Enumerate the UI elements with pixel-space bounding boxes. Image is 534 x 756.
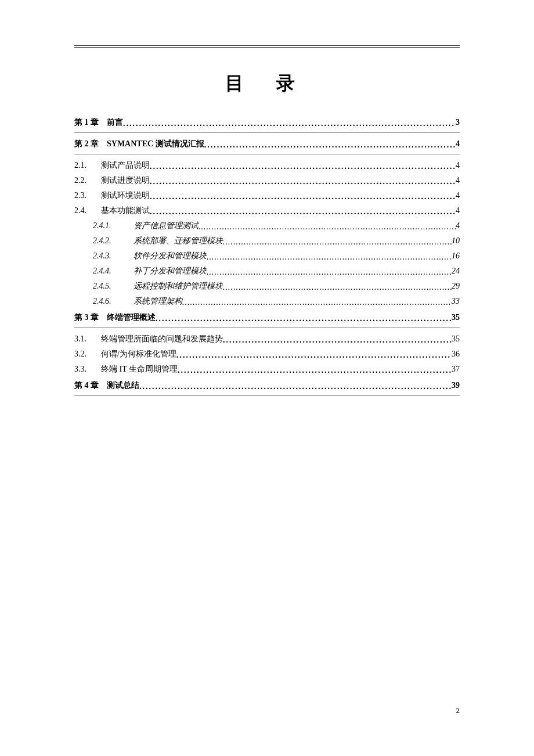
toc-leader (207, 253, 452, 261)
toc-entry: 第 3 章 终端管理概述 35 (74, 312, 460, 328)
toc-label: 2.3. (74, 191, 93, 200)
toc-text: 何谓/为何标准化管理 (101, 349, 176, 359)
toc-label: 2.4. (74, 206, 93, 215)
toc-label: 第 3 章 (74, 312, 99, 323)
toc-page: 10 (452, 236, 460, 246)
toc-entry: 2.4.2. 系统部署、迁移管理模块 10 (74, 236, 460, 246)
toc-page: 4 (456, 221, 460, 231)
toc-label: 2.4.5. (93, 282, 121, 291)
toc-entry: 第 2 章 SYMANTEC 测试情况汇报 4 (74, 139, 460, 154)
toc-text: 远程控制和维护管理模块 (134, 281, 223, 291)
toc-entry: 2.4. 基本功能测试 4 (74, 206, 460, 216)
toc-text: 系统管理架构 (134, 296, 182, 307)
toc-text: 终端 IT 生命周期管理 (101, 364, 178, 375)
toc-label: 3.1. (74, 334, 93, 344)
toc-leader (178, 366, 452, 375)
toc-leader (223, 283, 452, 291)
toc-leader (176, 351, 452, 359)
toc-text: 前言 (107, 117, 123, 128)
toc-title: 目 录 (74, 71, 460, 96)
toc-entry: 2.4.5. 远程控制和维护管理模块 29 (74, 281, 460, 291)
toc-leader (139, 382, 452, 391)
toc-entry: 2.4.1. 资产信息管理测试 4 (74, 221, 460, 231)
toc-label: 2.4.1. (93, 221, 121, 231)
toc-text: SYMANTEC 测试情况汇报 (107, 139, 204, 149)
toc-entry: 3.1. 终端管理所面临的问题和发展趋势 35 (74, 334, 460, 344)
toc-label: 2.1. (74, 161, 93, 170)
toc-text: 基本功能测试 (101, 206, 150, 216)
page-number: 2 (456, 706, 460, 715)
toc-label: 第 4 章 (74, 380, 99, 391)
toc-text: 系统部署、迁移管理模块 (134, 236, 223, 246)
toc-entry: 2.2. 测试进度说明 4 (74, 175, 460, 186)
toc-label: 2.4.2. (93, 236, 121, 246)
toc-label: 2.4.4. (93, 267, 121, 276)
toc-text: 测试总结 (107, 380, 139, 391)
toc-leader (156, 314, 452, 323)
toc-text: 测试进度说明 (101, 175, 150, 186)
toc-leader (223, 237, 452, 246)
toc-entry: 2.4.6. 系统管理架构 33 (74, 296, 460, 307)
toc-page: 4 (456, 206, 460, 215)
toc-entry: 3.2. 何谓/为何标准化管理 36 (74, 349, 460, 359)
toc-text: 资产信息管理测试 (134, 221, 199, 231)
toc-page: 29 (452, 282, 460, 291)
toc-page: 24 (452, 267, 460, 276)
toc-entry: 2.4.4. 补丁分发和管理模块 24 (74, 266, 460, 276)
toc-label: 2.4.6. (93, 297, 121, 306)
toc-page: 3 (456, 118, 460, 127)
toc-text: 补丁分发和管理模块 (134, 266, 207, 276)
toc-leader (207, 268, 452, 276)
page-border-top2 (74, 47, 460, 48)
toc-page: 35 (452, 334, 460, 344)
toc-label: 2.2. (74, 176, 93, 185)
toc-page: 37 (452, 365, 460, 374)
toc-page: 39 (452, 381, 460, 390)
toc-entry: 2.1. 测试产品说明 4 (74, 160, 460, 171)
toc-page: 36 (452, 350, 460, 359)
toc-page: 4 (456, 191, 460, 200)
table-of-contents: 第 1 章 前言 3 第 2 章 SYMANTEC 测试情况汇报 4 2.1. … (74, 117, 460, 396)
toc-label: 第 1 章 (74, 117, 99, 128)
toc-entry: 3.3. 终端 IT 生命周期管理 37 (74, 364, 460, 375)
toc-text: 终端管理所面临的问题和发展趋势 (101, 334, 223, 344)
toc-entry: 2.4.3. 软件分发和管理模块 16 (74, 251, 460, 261)
toc-text: 终端管理概述 (107, 312, 156, 323)
page-border-top1 (74, 45, 460, 46)
toc-entry: 2.3. 测试环境说明 4 (74, 190, 460, 201)
toc-label: 3.2. (74, 350, 93, 359)
toc-text: 测试产品说明 (101, 160, 150, 171)
toc-page: 4 (456, 139, 460, 149)
toc-entry: 第 4 章 测试总结 39 (74, 380, 460, 396)
toc-leader (182, 298, 452, 307)
toc-label: 3.3. (74, 365, 93, 374)
toc-label: 2.4.3. (93, 251, 121, 261)
toc-page: 33 (452, 297, 460, 306)
toc-leader (123, 119, 456, 128)
toc-leader (150, 177, 456, 186)
toc-leader (204, 141, 456, 150)
toc-page: 16 (452, 251, 460, 261)
toc-leader (199, 222, 456, 231)
toc-text: 测试环境说明 (101, 190, 150, 201)
toc-leader (223, 336, 452, 344)
toc-page: 35 (452, 313, 460, 322)
toc-page: 4 (456, 176, 460, 185)
toc-text: 软件分发和管理模块 (134, 251, 207, 261)
toc-page: 4 (456, 161, 460, 170)
toc-label: 第 2 章 (74, 139, 99, 149)
toc-leader (150, 192, 456, 201)
toc-leader (150, 207, 456, 216)
toc-entry: 第 1 章 前言 3 (74, 117, 460, 133)
toc-leader (150, 162, 456, 171)
